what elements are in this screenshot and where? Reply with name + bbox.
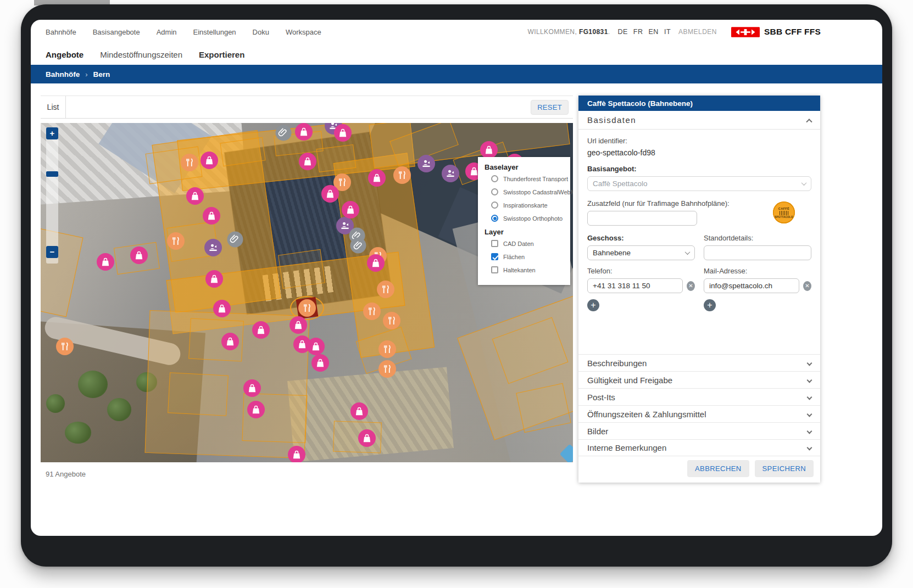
telefon-input[interactable] — [587, 278, 683, 293]
bag-marker[interactable] — [186, 187, 204, 205]
food-marker[interactable] — [378, 340, 396, 358]
bag-marker[interactable] — [288, 446, 305, 462]
bag-marker[interactable] — [97, 253, 114, 271]
food-marker[interactable] — [383, 312, 400, 329]
accordion-section[interactable]: Gültigkeit und Freigabe — [578, 371, 820, 388]
layer-option[interactable]: Flächen — [491, 253, 570, 260]
baselayer-option[interactable]: Inspirationskarte — [491, 201, 570, 209]
bag-marker[interactable] — [203, 207, 220, 225]
radio-icon[interactable] — [491, 188, 498, 195]
main-nav-item[interactable]: Basisangebote — [93, 28, 140, 36]
cancel-button[interactable]: ABBRECHEN — [687, 460, 749, 477]
clear-telefon-icon[interactable]: ✕ — [687, 281, 695, 291]
app-screen: BahnhöfeBasisangeboteAdminEinstellungenD… — [31, 20, 882, 536]
food-marker[interactable] — [167, 232, 185, 250]
basisdaten-section-header[interactable]: Basisdaten — [578, 111, 820, 130]
accordion-section[interactable]: Beschreibungen — [578, 354, 820, 371]
mail-label: Mail-Adresse: — [704, 267, 811, 275]
checkbox-icon[interactable] — [491, 253, 498, 260]
bag-marker[interactable] — [290, 316, 307, 334]
save-button[interactable]: SPEICHERN — [755, 460, 814, 477]
food-marker[interactable] — [377, 281, 394, 298]
add-mail-icon[interactable]: + — [704, 299, 716, 311]
baselayer-option[interactable]: Swisstopo CadastralWebMap — [491, 188, 570, 195]
zoom-out-button[interactable]: − — [46, 246, 58, 258]
layer-option[interactable]: Haltekanten — [491, 266, 570, 273]
sub-nav-item[interactable]: Exportieren — [199, 50, 244, 59]
zoom-in-button[interactable]: + — [46, 127, 58, 139]
person-marker[interactable] — [442, 165, 459, 182]
bag-marker[interactable] — [205, 270, 223, 288]
checkbox-icon[interactable] — [491, 240, 498, 247]
food-marker[interactable] — [393, 166, 411, 184]
bag-marker[interactable] — [480, 141, 498, 159]
mail-input[interactable] — [704, 278, 799, 293]
baselayer-option[interactable]: Swisstopo Orthophoto — [491, 215, 570, 222]
bag-marker[interactable] — [311, 354, 329, 372]
accordion-section[interactable]: Bilder — [578, 422, 820, 439]
main-nav-item[interactable]: Admin — [157, 28, 177, 36]
add-telefon-icon[interactable]: + — [587, 299, 599, 311]
accordion-section[interactable]: Interne Bemerkungen — [578, 439, 820, 456]
bag-marker[interactable] — [321, 185, 339, 203]
list-tab[interactable]: List — [41, 96, 66, 118]
sub-nav-item[interactable]: Angebote — [46, 50, 83, 59]
sub-nav-item[interactable]: Mindestöffnungszeiten — [100, 50, 182, 59]
main-nav-item[interactable]: Workspace — [286, 28, 321, 36]
baselayer-option[interactable]: Thunderforest Transport — [491, 175, 570, 182]
person-marker[interactable] — [417, 155, 435, 172]
radio-icon[interactable] — [491, 175, 498, 182]
accordion-section[interactable]: Post-Its — [578, 388, 820, 405]
selected-food-marker[interactable] — [298, 299, 316, 317]
language-option[interactable]: FR — [633, 28, 643, 36]
bag-marker[interactable] — [299, 153, 316, 170]
clip-marker[interactable] — [350, 238, 366, 254]
main-nav-item[interactable]: Einstellungen — [193, 28, 236, 36]
accordion-section[interactable]: Öffnungszeiten & Zahlungsmittel — [578, 405, 820, 422]
reset-button[interactable]: RESET — [531, 100, 569, 115]
zoom-slider-track[interactable] — [46, 127, 58, 264]
clip-marker[interactable] — [227, 231, 243, 247]
bag-marker[interactable] — [243, 379, 261, 397]
radio-icon[interactable] — [491, 215, 498, 222]
bag-marker[interactable] — [334, 124, 352, 142]
food-marker[interactable] — [378, 360, 396, 378]
bag-marker[interactable] — [201, 152, 218, 169]
bag-marker[interactable] — [213, 300, 231, 317]
food-marker[interactable] — [56, 338, 74, 355]
geschoss-select[interactable]: Bahnebene — [587, 245, 695, 260]
person-marker[interactable] — [204, 239, 222, 256]
clear-mail-icon[interactable]: ✕ — [803, 281, 811, 291]
layer-option[interactable]: CAD Daten — [491, 240, 570, 247]
checkbox-icon[interactable] — [491, 266, 498, 273]
language-option[interactable]: EN — [649, 28, 659, 36]
zusatzfeld-input[interactable] — [587, 211, 697, 226]
logout-link[interactable]: ABMELDEN — [678, 28, 717, 36]
language-option[interactable]: IT — [664, 28, 671, 36]
bag-marker[interactable] — [342, 201, 359, 219]
bag-marker[interactable] — [293, 335, 311, 353]
language-option[interactable]: DE — [617, 28, 627, 36]
bag-marker[interactable] — [252, 321, 270, 339]
food-marker[interactable] — [363, 303, 381, 320]
standortdetails-input[interactable] — [704, 245, 811, 260]
map-canvas[interactable]: + − Baselayer Thunderforest Transport — [41, 123, 573, 462]
accordion-section-label: Bilder — [587, 427, 608, 436]
bag-marker[interactable] — [247, 401, 265, 418]
radio-icon[interactable] — [491, 201, 498, 209]
basisangebot-select[interactable]: Caffè Spettacolo — [587, 176, 811, 191]
bag-marker[interactable] — [368, 169, 386, 187]
bag-marker[interactable] — [350, 402, 368, 420]
main-nav-item[interactable]: Doku — [253, 28, 269, 36]
clip-marker[interactable] — [275, 125, 291, 141]
zoom-slider-handle[interactable] — [46, 171, 58, 177]
food-marker[interactable] — [181, 154, 198, 171]
main-nav-item[interactable]: Bahnhöfe — [46, 28, 76, 36]
bag-marker[interactable] — [130, 247, 148, 264]
bag-marker[interactable] — [358, 429, 376, 447]
layer-options: CAD Daten Flächen Haltekanten — [485, 240, 570, 273]
bag-marker[interactable] — [221, 333, 239, 350]
bag-marker[interactable] — [367, 254, 385, 272]
bag-marker[interactable] — [295, 123, 313, 141]
breadcrumb-root[interactable]: Bahnhöfe — [46, 70, 80, 79]
